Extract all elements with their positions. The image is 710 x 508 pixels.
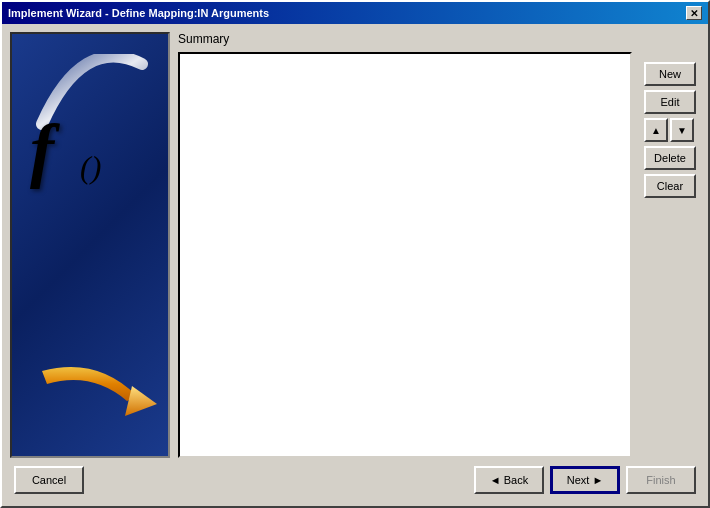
arrow-buttons-group: ▲ ▼: [644, 118, 696, 142]
arrow-graphic: [37, 366, 157, 426]
new-button[interactable]: New: [644, 62, 696, 86]
f-letter: f: [30, 114, 54, 186]
back-button[interactable]: ◄ Back: [474, 466, 544, 494]
summary-label: Summary: [178, 32, 632, 46]
content-area: f (): [2, 24, 708, 506]
footer-left: Cancel: [14, 466, 84, 494]
delete-button[interactable]: Delete: [644, 146, 696, 170]
window-title: Implement Wizard - Define Mapping:IN Arg…: [8, 7, 269, 19]
main-window: Implement Wizard - Define Mapping:IN Arg…: [0, 0, 710, 508]
close-button[interactable]: ✕: [686, 6, 702, 20]
right-panel: New Edit ▲ ▼ Delete Clear: [640, 32, 700, 458]
footer-right: ◄ Back Next ► Finish: [474, 466, 696, 494]
footer: Cancel ◄ Back Next ► Finish: [10, 458, 700, 498]
finish-button[interactable]: Finish: [626, 466, 696, 494]
title-bar: Implement Wizard - Define Mapping:IN Arg…: [2, 2, 708, 24]
center-panel: Summary: [178, 32, 632, 458]
down-button[interactable]: ▼: [670, 118, 694, 142]
cancel-button[interactable]: Cancel: [14, 466, 84, 494]
clear-button[interactable]: Clear: [644, 174, 696, 198]
edit-button[interactable]: Edit: [644, 90, 696, 114]
graphic-background: f (): [12, 34, 168, 456]
main-body: f (): [10, 32, 700, 458]
parens-text: (): [80, 149, 101, 186]
summary-box: [178, 52, 632, 458]
next-button[interactable]: Next ►: [550, 466, 620, 494]
up-button[interactable]: ▲: [644, 118, 668, 142]
left-graphic-panel: f (): [10, 32, 170, 458]
